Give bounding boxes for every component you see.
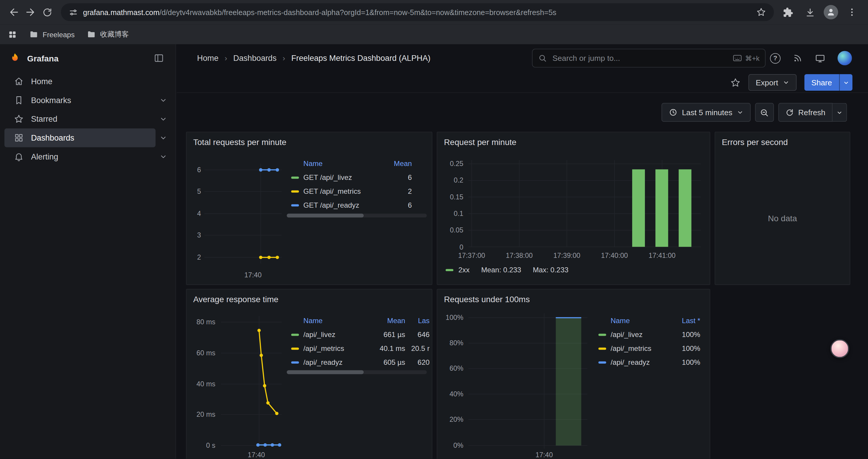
chevron-down-icon [783, 79, 789, 86]
clock-icon [669, 108, 677, 117]
legend-header-mean[interactable]: Mean [384, 160, 412, 168]
bar-chart[interactable] [468, 314, 587, 449]
refresh-interval-caret[interactable] [833, 103, 847, 122]
reload-icon[interactable] [39, 4, 55, 21]
x-tick: 17:38:00 [506, 252, 533, 260]
sidebar-row-alerting: Alerting [4, 147, 171, 166]
series-name[interactable]: GET /api/_readyz [303, 201, 384, 209]
url-domain: grafana.mathmast.com [83, 8, 159, 16]
search-input[interactable] [551, 53, 728, 63]
series-name[interactable]: /api/_livez [611, 330, 672, 339]
sidebar-item-home[interactable]: Home [4, 72, 156, 91]
series-name[interactable]: GET /api/_metrics [303, 187, 384, 195]
downloads-icon[interactable] [802, 4, 818, 21]
legend-row[interactable]: /api/_readyz 605 µs 620 [287, 355, 430, 369]
panel-request-per-minute: Request per minute 0.25 0.2 0.15 0.1 0.0… [437, 132, 710, 285]
sidebar-item-dashboards[interactable]: Dashboards [4, 129, 156, 147]
news-rss-icon[interactable] [793, 53, 803, 63]
grafana-logo[interactable] [9, 52, 21, 64]
x-tick: 17:37:00 [458, 252, 485, 260]
sidebar-collapse-icon[interactable] [151, 51, 167, 66]
zoom-out-button[interactable] [755, 103, 774, 122]
series-name[interactable]: /api/_readyz [303, 358, 370, 366]
back-icon[interactable] [6, 4, 22, 21]
chevron-down-icon[interactable] [156, 130, 171, 145]
panel-title[interactable]: Average response time [193, 294, 279, 304]
panel-title[interactable]: Request per minute [444, 137, 517, 147]
folder-icon [29, 30, 38, 39]
panel-title[interactable]: Errors per second [722, 137, 788, 147]
chevron-down-icon[interactable] [156, 111, 171, 127]
chevron-down-icon[interactable] [156, 93, 171, 108]
legend-header-name[interactable]: Name [611, 317, 672, 325]
forward-icon[interactable] [22, 4, 39, 21]
panel-errors-per-second: Errors per second No data [715, 132, 850, 285]
legend-inline: 2xx Mean: 0.233 Max: 0.233 [445, 266, 568, 274]
legend-row[interactable]: /api/_metrics 100% [594, 341, 701, 355]
legend-row[interactable]: /api/_metrics 40.1 ms 20.5 r [287, 341, 430, 355]
refresh-button[interactable]: Refresh [778, 103, 833, 122]
chevron-down-icon[interactable] [156, 149, 171, 164]
series-name[interactable]: /api/_metrics [303, 344, 370, 352]
scrollbar-thumb[interactable] [287, 214, 364, 218]
export-button[interactable]: Export [749, 74, 797, 91]
legend-header-last[interactable]: Las [405, 317, 430, 325]
brand-name: Grafana [27, 54, 59, 63]
y-tick: 60% [437, 365, 463, 372]
user-avatar[interactable] [838, 51, 852, 65]
legend-scrollbar[interactable] [287, 214, 427, 218]
series-name[interactable]: GET /api/_livez [303, 173, 384, 182]
sidebar-item-alerting[interactable]: Alerting [4, 147, 156, 166]
y-tick: 40 ms [186, 380, 215, 388]
bell-icon [14, 152, 24, 162]
series-name[interactable]: /api/_metrics [611, 344, 672, 352]
bookmark-folder-blogs[interactable]: 收藏博客 [87, 29, 129, 39]
bar-chart[interactable] [468, 160, 701, 248]
site-info-icon[interactable] [68, 7, 78, 17]
series-name[interactable]: /api/_livez [303, 330, 370, 339]
legend-header-last[interactable]: Last * [672, 317, 700, 325]
legend-row[interactable]: GET /api/_readyz 6 [287, 198, 412, 212]
legend-row[interactable]: GET /api/_livez 6 [287, 170, 412, 184]
legend-scrollbar[interactable] [287, 370, 427, 374]
panel-avg-response-time: Average response time 80 ms 60 ms 40 ms … [186, 289, 433, 459]
sidebar-item-starred[interactable]: Starred [4, 109, 156, 129]
bookmark-star-icon[interactable] [756, 7, 766, 17]
breadcrumb-dashboards[interactable]: Dashboards [234, 54, 277, 63]
favorite-star-icon[interactable] [730, 77, 741, 88]
extensions-icon[interactable] [779, 4, 796, 21]
series-name[interactable]: 2xx [458, 266, 469, 274]
legend-row[interactable]: GET /api/_metrics 2 [287, 184, 412, 198]
search-box[interactable]: ⌘+k [532, 49, 766, 68]
legend-header-name[interactable]: Name [303, 160, 384, 168]
series-last: 100% [672, 358, 700, 366]
help-icon[interactable]: ? [770, 53, 780, 64]
legend-row[interactable]: /api/_livez 661 µs 646 [287, 328, 430, 341]
breadcrumb-home[interactable]: Home [197, 54, 218, 63]
address-bar[interactable]: grafana.mathmast.com/d/deytv4rwavabkb/fr… [61, 3, 774, 21]
share-button[interactable]: Share [804, 74, 839, 91]
legend-row[interactable]: /api/_livez 100% [594, 328, 701, 341]
browser-profile-avatar[interactable] [824, 5, 838, 20]
legend-header-name[interactable]: Name [303, 317, 370, 325]
tab-groups-icon[interactable] [8, 30, 17, 39]
scrollbar-thumb[interactable] [287, 370, 364, 374]
legend-row[interactable]: /api/_readyz 100% [594, 355, 701, 369]
legend-header-mean[interactable]: Mean [370, 317, 405, 325]
series-mean: 2 [384, 187, 412, 195]
kiosk-monitor-icon[interactable] [815, 53, 826, 64]
sidebar-item-bookmarks[interactable]: Bookmarks [4, 91, 156, 109]
panel-title[interactable]: Total requests per minute [193, 137, 286, 147]
line-chart[interactable] [204, 164, 282, 263]
x-tick: 17:39:00 [553, 252, 580, 260]
panel-title[interactable]: Requests under 100ms [444, 294, 530, 304]
series-name[interactable]: /api/_readyz [611, 358, 672, 366]
time-range-picker[interactable]: Last 5 minutes [661, 103, 751, 122]
bookmark-folder-freeleaps[interactable]: Freeleaps [29, 30, 74, 39]
y-tick: 100% [437, 314, 463, 321]
line-chart[interactable] [221, 316, 282, 449]
browser-menu-icon[interactable] [844, 4, 860, 21]
legend-table: Name Mean Las /api/_livez 661 µs 646 /ap… [287, 314, 430, 369]
floating-assistant-avatar[interactable] [831, 339, 849, 358]
share-caret-button[interactable] [839, 74, 852, 91]
